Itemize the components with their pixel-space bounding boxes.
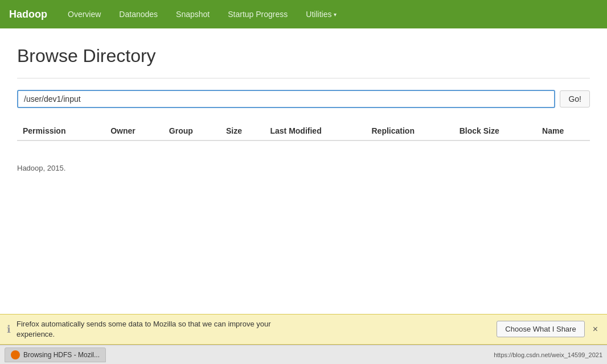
col-name: Name (536, 122, 590, 140)
tab-label: Browsing HDFS - Mozil... (23, 351, 100, 359)
col-replication: Replication (366, 122, 454, 140)
browser-statusbar: Browsing HDFS - Mozil... https://blog.cs… (0, 345, 607, 364)
choose-share-button[interactable]: Choose What I Share (497, 321, 584, 337)
utilities-label: Utilities (306, 10, 331, 19)
nav-link-overview[interactable]: Overview (61, 6, 108, 22)
statusbar-url: https://blog.csdn.net/weix_14599_2021 (494, 351, 602, 358)
directory-table: Permission Owner Group Size Last Modifie… (17, 122, 590, 141)
notification-line2: experience. (17, 330, 55, 338)
nav-link-snapshot[interactable]: Snapshot (169, 6, 216, 22)
go-button[interactable]: Go! (560, 90, 590, 107)
notification-line1: Firefox automatically sends some data to… (17, 320, 271, 328)
copyright-text: Hadoop, 2015. (17, 164, 65, 172)
nav-link-utilities[interactable]: Utilities ▾ (299, 6, 343, 22)
notification-bar: ℹ Firefox automatically sends some data … (0, 314, 607, 345)
path-input[interactable] (17, 90, 555, 108)
navbar: Hadoop Overview Datanodes Snapshot Start… (0, 0, 607, 28)
table-header-row: Permission Owner Group Size Last Modifie… (17, 122, 590, 140)
notification-text: Firefox automatically sends some data to… (17, 319, 491, 340)
footer-copyright: Hadoop, 2015. (0, 152, 607, 184)
navbar-brand[interactable]: Hadoop (9, 9, 47, 20)
nav-link-datanodes[interactable]: Datanodes (112, 6, 165, 22)
nav-link-startup-progress[interactable]: Startup Progress (221, 6, 294, 22)
title-divider (17, 78, 590, 78)
col-group: Group (163, 122, 220, 140)
col-owner: Owner (105, 122, 163, 140)
page-title: Browse Directory (17, 46, 590, 67)
col-permission: Permission (17, 122, 105, 140)
browser-tab[interactable]: Browsing HDFS - Mozil... (5, 348, 106, 362)
nav-links: Overview Datanodes Snapshot Startup Prog… (61, 6, 343, 22)
col-block-size: Block Size (454, 122, 536, 140)
utilities-dropdown-arrow: ▾ (334, 11, 337, 18)
col-last-modified: Last Modified (264, 122, 366, 140)
close-notification-button[interactable]: × (590, 324, 600, 334)
col-size: Size (220, 122, 265, 140)
notification-icon: ℹ (7, 323, 11, 336)
search-row: Go! (17, 90, 590, 108)
firefox-icon (11, 350, 20, 359)
main-content: Browse Directory Go! Permission Owner Gr… (0, 28, 607, 152)
